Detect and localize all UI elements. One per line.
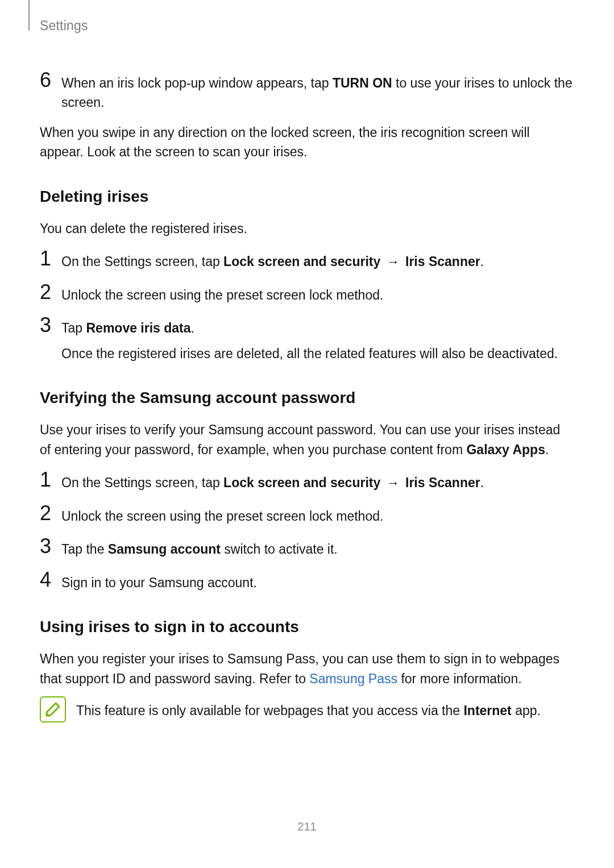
step-ver-3: 3 Tap the Samsung account switch to acti…	[40, 536, 574, 559]
text: This feature is only available for webpa…	[76, 703, 463, 718]
bold: Lock screen and security	[223, 254, 380, 269]
page: Settings 6 When an iris lock pop-up wind…	[0, 0, 614, 868]
step-del-1: 1 On the Settings screen, tap Lock scree…	[40, 248, 574, 272]
step-ver-2: 2 Unlock the screen using the preset scr…	[40, 503, 574, 526]
step-number: 4	[40, 570, 61, 593]
text: .	[480, 475, 484, 490]
step-del-3: 3 Tap Remove iris data. Once the registe…	[40, 315, 574, 363]
step-number: 3	[40, 315, 61, 363]
arrow-icon: →	[380, 475, 405, 490]
step-number: 6	[40, 70, 61, 113]
text: for more information.	[397, 671, 522, 686]
step-text: When an iris lock pop-up window appears,…	[61, 70, 574, 113]
note-icon	[40, 696, 66, 722]
sub-text: Once the registered irises are deleted, …	[61, 344, 574, 364]
heading-using-irises: Using irises to sign in to accounts	[40, 615, 574, 639]
step-number: 1	[40, 248, 61, 272]
page-number: 211	[0, 818, 614, 835]
step-number: 2	[40, 503, 61, 526]
arrow-icon: →	[380, 254, 405, 269]
paragraph: Use your irises to verify your Samsung a…	[40, 420, 574, 459]
bold: Iris Scanner	[405, 254, 480, 269]
step-6: 6 When an iris lock pop-up window appear…	[40, 70, 574, 113]
step-text: Unlock the screen using the preset scree…	[61, 282, 574, 305]
text: .	[480, 254, 484, 269]
paragraph: You can delete the registered irises.	[40, 219, 574, 239]
text: Tap	[61, 321, 86, 335]
step-number: 3	[40, 536, 61, 559]
heading-verifying: Verifying the Samsung account password	[40, 386, 574, 410]
heading-deleting-irises: Deleting irises	[40, 185, 574, 209]
bold: Galaxy Apps	[466, 442, 545, 457]
paragraph: When you swipe in any direction on the l…	[40, 123, 574, 162]
header-rule	[28, 0, 30, 31]
text: On the Settings screen, tap	[61, 254, 223, 269]
text: switch to activate it.	[221, 542, 338, 556]
bold: Internet	[463, 703, 511, 718]
note-row: This feature is only available for webpa…	[40, 696, 574, 722]
samsung-pass-link[interactable]: Samsung Pass	[309, 671, 397, 686]
bold: Remove iris data	[86, 321, 190, 335]
step-text: Tap the Samsung account switch to activa…	[61, 536, 574, 559]
step-number: 1	[40, 470, 61, 493]
text: .	[191, 321, 194, 335]
step-text: Sign in to your Samsung account.	[61, 570, 574, 593]
text: .	[545, 442, 549, 457]
step-ver-1: 1 On the Settings screen, tap Lock scree…	[40, 470, 574, 493]
step-text: On the Settings screen, tap Lock screen …	[61, 248, 574, 272]
paragraph: When you register your irises to Samsung…	[40, 649, 574, 688]
step-text: Unlock the screen using the preset scree…	[61, 503, 574, 526]
text: On the Settings screen, tap	[61, 475, 223, 490]
bold: Iris Scanner	[405, 475, 480, 490]
step-text: On the Settings screen, tap Lock screen …	[61, 470, 574, 493]
turn-on-label: TURN ON	[333, 76, 392, 90]
text: Tap the	[61, 542, 108, 556]
text: app.	[512, 703, 541, 718]
breadcrumb: Settings	[40, 16, 574, 36]
step-ver-4: 4 Sign in to your Samsung account.	[40, 570, 574, 593]
step-number: 2	[40, 282, 61, 305]
bold: Lock screen and security	[223, 475, 380, 490]
step-text: Tap Remove iris data. Once the registere…	[61, 315, 574, 363]
bold: Samsung account	[108, 542, 221, 556]
text: When an iris lock pop-up window appears,…	[61, 76, 333, 90]
note-text: This feature is only available for webpa…	[76, 696, 574, 721]
step-del-2: 2 Unlock the screen using the preset scr…	[40, 282, 574, 305]
